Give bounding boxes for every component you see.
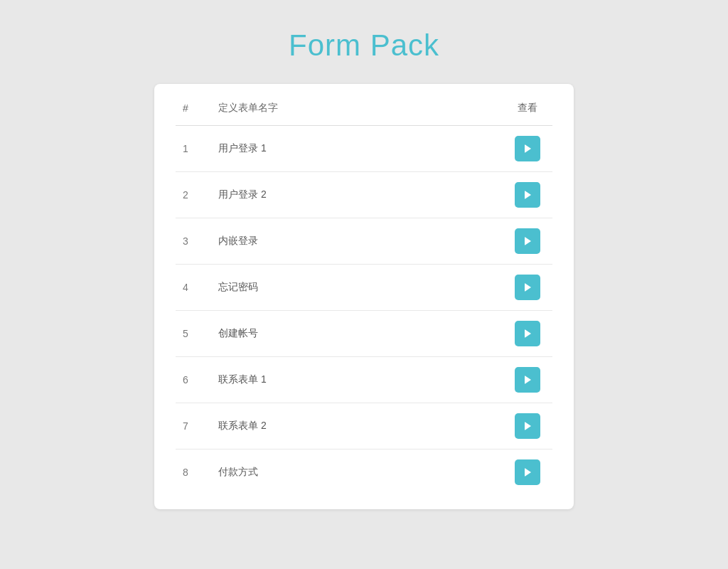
- table-row: 8付款方式: [176, 450, 552, 496]
- row-form-name: 用户登录 1: [211, 126, 503, 172]
- row-view-cell: [503, 357, 552, 403]
- view-button[interactable]: [515, 228, 540, 254]
- view-button[interactable]: [515, 367, 540, 393]
- view-button[interactable]: [515, 275, 540, 300]
- row-number: 5: [176, 311, 211, 357]
- table-row: 1用户登录 1: [176, 126, 552, 172]
- row-form-name: 忘记密码: [211, 265, 503, 311]
- arrow-right-icon: [525, 144, 531, 153]
- row-number: 2: [176, 172, 211, 218]
- table-row: 6联系表单 1: [176, 357, 552, 403]
- row-number: 8: [176, 450, 211, 496]
- row-form-name: 用户登录 2: [211, 172, 503, 218]
- row-number: 1: [176, 126, 211, 172]
- view-button[interactable]: [515, 136, 540, 161]
- arrow-right-icon: [525, 376, 531, 384]
- row-form-name: 创建帐号: [211, 311, 503, 357]
- arrow-right-icon: [525, 283, 531, 292]
- row-view-cell: [503, 265, 552, 311]
- row-number: 6: [176, 357, 211, 403]
- col-header-name: 定义表单名字: [211, 91, 503, 126]
- table-header-row: # 定义表单名字 查看: [176, 91, 552, 126]
- row-form-name: 联系表单 1: [211, 357, 503, 403]
- view-button[interactable]: [515, 321, 540, 346]
- arrow-right-icon: [525, 329, 531, 338]
- row-number: 4: [176, 265, 211, 311]
- row-form-name: 付款方式: [211, 450, 503, 496]
- view-button[interactable]: [515, 459, 540, 485]
- row-view-cell: [503, 126, 552, 172]
- row-view-cell: [503, 450, 552, 496]
- arrow-right-icon: [525, 237, 531, 245]
- col-header-num: #: [176, 91, 211, 126]
- row-view-cell: [503, 311, 552, 357]
- row-view-cell: [503, 218, 552, 265]
- row-form-name: 联系表单 2: [211, 403, 503, 450]
- col-header-view: 查看: [503, 91, 552, 126]
- page-title: Form Pack: [289, 28, 439, 63]
- row-number: 3: [176, 218, 211, 265]
- row-view-cell: [503, 172, 552, 218]
- row-number: 7: [176, 403, 211, 450]
- row-view-cell: [503, 403, 552, 450]
- table-row: 3内嵌登录: [176, 218, 552, 265]
- arrow-right-icon: [525, 468, 531, 477]
- arrow-right-icon: [525, 191, 531, 199]
- arrow-right-icon: [525, 422, 531, 430]
- form-table: # 定义表单名字 查看 1用户登录 12用户登录 23内嵌登录4忘记密码5创建帐…: [176, 91, 552, 495]
- form-list-container: # 定义表单名字 查看 1用户登录 12用户登录 23内嵌登录4忘记密码5创建帐…: [154, 84, 574, 509]
- view-button[interactable]: [515, 182, 540, 208]
- view-button[interactable]: [515, 413, 540, 439]
- table-row: 7联系表单 2: [176, 403, 552, 450]
- table-row: 4忘记密码: [176, 265, 552, 311]
- row-form-name: 内嵌登录: [211, 218, 503, 265]
- table-row: 5创建帐号: [176, 311, 552, 357]
- table-row: 2用户登录 2: [176, 172, 552, 218]
